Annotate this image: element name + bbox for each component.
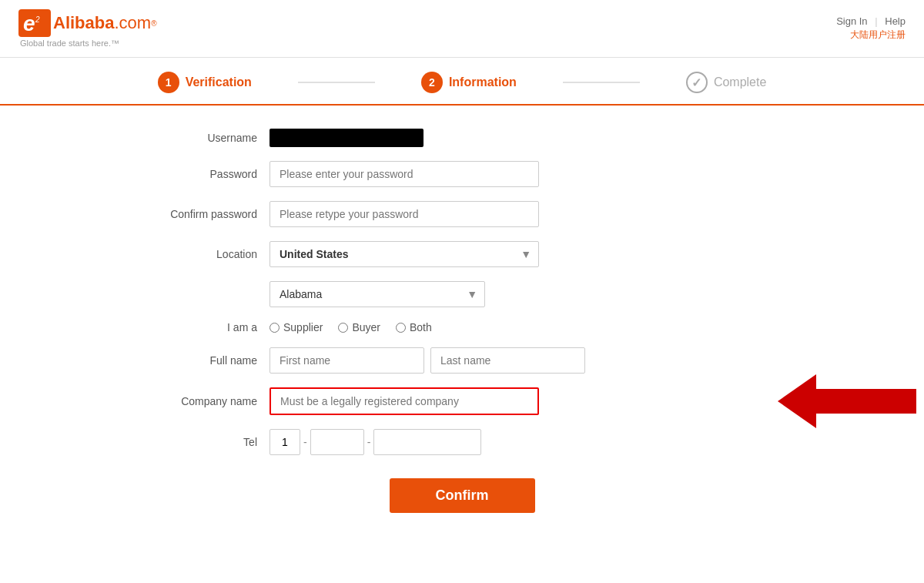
step-separator-1	[298, 82, 375, 83]
first-name-input[interactable]	[270, 347, 424, 374]
state-select-wrapper: Alabama ▼	[270, 281, 485, 307]
logo-brand-text: Alibaba	[53, 13, 114, 33]
help-link[interactable]: Help	[885, 15, 906, 27]
step2-label: Information	[449, 75, 517, 89]
location-select-wrapper: United States ▼	[270, 241, 539, 267]
tel-dash-2: -	[367, 436, 371, 448]
password-row: Password	[146, 161, 778, 187]
role-radio-group: Supplier Buyer Both	[270, 321, 432, 333]
username-row: Username	[146, 129, 778, 147]
username-value-redacted	[270, 129, 424, 147]
logo-area: e 2 Alibaba .com ® Global trade starts h…	[18, 9, 157, 48]
company-name-label: Company name	[146, 395, 270, 407]
tel-area-input[interactable]	[310, 429, 364, 455]
supplier-label: Supplier	[283, 321, 323, 333]
supplier-radio[interactable]	[270, 323, 280, 333]
header-links: Sign In | Help 大陆用户注册	[836, 15, 906, 42]
company-input-wrapper	[270, 387, 539, 415]
confirm-row: Confirm	[146, 478, 778, 513]
fullname-row: Full name	[146, 347, 778, 374]
both-label: Both	[410, 321, 432, 333]
state-select[interactable]: Alabama	[270, 281, 485, 307]
location-select[interactable]: United States	[270, 241, 539, 267]
step1-circle: 1	[158, 72, 179, 93]
location-row: Location United States ▼	[146, 241, 778, 267]
supplier-option[interactable]: Supplier	[270, 321, 323, 333]
both-radio[interactable]	[396, 323, 406, 333]
tel-number-input[interactable]	[373, 429, 481, 455]
sign-in-link[interactable]: Sign In	[836, 15, 867, 27]
step-verification: 1 Verification	[112, 72, 298, 93]
steps-bar: 1 Verification 2 Information ✓ Complete	[0, 58, 924, 106]
confirm-password-label: Confirm password	[146, 208, 270, 220]
logo-main: e 2 Alibaba .com ®	[18, 9, 157, 37]
logo-domain: .com	[114, 13, 151, 33]
header: e 2 Alibaba .com ® Global trade starts h…	[0, 0, 924, 58]
tel-label: Tel	[146, 436, 270, 448]
tel-inputs: 1 - -	[270, 429, 481, 455]
fullname-label: Full name	[146, 354, 270, 367]
buyer-option[interactable]: Buyer	[338, 321, 380, 333]
red-arrow-annotation	[778, 374, 916, 428]
header-divider: |	[875, 15, 877, 27]
company-name-input[interactable]	[271, 389, 537, 414]
step3-label: Complete	[714, 75, 766, 89]
tel-dash-1: -	[303, 436, 307, 448]
svg-text:e: e	[23, 12, 35, 35]
location-label: Location	[146, 248, 270, 260]
tel-row: Tel 1 - -	[146, 429, 778, 455]
fullname-inputs	[270, 347, 539, 374]
password-input[interactable]	[270, 161, 539, 187]
step2-circle: 2	[421, 72, 443, 93]
alibaba-logo-icon: e 2	[18, 9, 51, 37]
both-option[interactable]: Both	[396, 321, 432, 333]
tel-country-code-input[interactable]: 1	[270, 429, 300, 455]
i-am-a-label: I am a	[146, 321, 270, 333]
buyer-label: Buyer	[352, 321, 380, 333]
step1-label: Verification	[186, 75, 252, 89]
confirm-password-row: Confirm password	[146, 201, 778, 227]
last-name-input[interactable]	[430, 347, 585, 374]
buyer-radio[interactable]	[338, 323, 348, 333]
logo-tagline: Global trade starts here.™	[20, 39, 157, 48]
step-complete: ✓ Complete	[640, 72, 812, 93]
logo-tm: ®	[151, 19, 156, 28]
step-separator-2	[563, 82, 640, 83]
username-label: Username	[146, 132, 270, 144]
password-label: Password	[146, 168, 270, 180]
svg-text:2: 2	[35, 15, 40, 24]
confirm-password-input[interactable]	[270, 201, 539, 227]
form-container: Username Password Confirm password Locat…	[116, 129, 808, 513]
state-row: Alabama ▼	[146, 281, 778, 307]
company-name-row: Company name	[146, 387, 778, 415]
confirm-button[interactable]: Confirm	[390, 478, 535, 513]
i-am-a-row: I am a Supplier Buyer Both	[146, 321, 778, 333]
chinese-register-link[interactable]: 大陆用户注册	[836, 28, 906, 42]
step3-circle: ✓	[686, 72, 708, 93]
step-information: 2 Information	[375, 72, 563, 93]
